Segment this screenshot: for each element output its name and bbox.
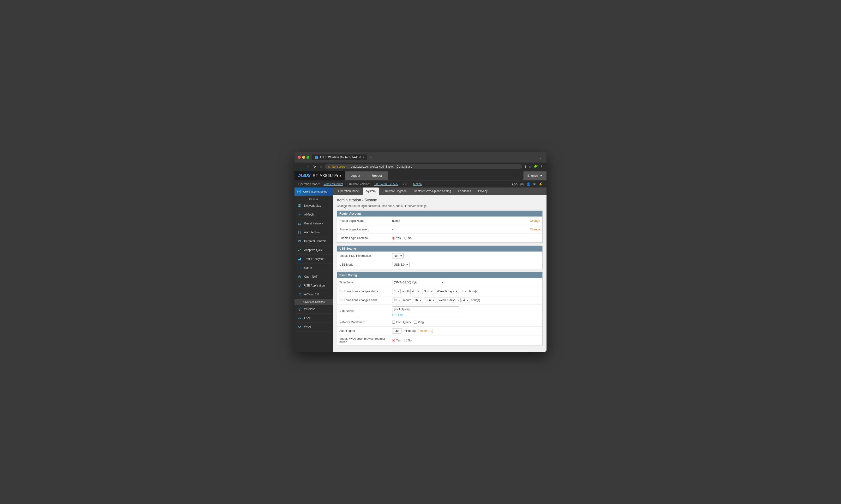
dst-ends-type-select[interactable]: Week & days xyxy=(437,298,461,303)
dst-ends-hour-select[interactable]: 4 xyxy=(462,298,470,303)
wan-no-radio[interactable] xyxy=(404,339,407,342)
game-icon xyxy=(297,266,302,270)
login-name-change[interactable]: Change xyxy=(530,219,540,222)
svg-point-4 xyxy=(300,214,301,215)
sidebar-item-wireless[interactable]: Wireless xyxy=(294,305,333,313)
ping-text: Ping xyxy=(418,321,424,324)
quick-internet-setup[interactable]: Quick Internet Setup xyxy=(294,187,333,196)
firmware-link[interactable]: 3.0.0.4.388_22525 xyxy=(374,182,398,186)
extensions-icon[interactable]: 🧩 xyxy=(534,165,538,168)
auto-logout-controls: minute(s) (Disable : 0) xyxy=(392,328,433,334)
sidebar-item-traffic-analyzer[interactable]: Traffic Analyzer xyxy=(294,255,333,264)
dst-starts-day-select[interactable]: Sun xyxy=(422,289,434,294)
language-selector[interactable]: English ▼ xyxy=(524,172,547,180)
dns-query-checkbox[interactable] xyxy=(392,321,395,324)
captcha-no-option[interactable]: No xyxy=(404,236,412,240)
general-section-label: General xyxy=(294,196,333,201)
dst-starts-month-select[interactable]: 3 xyxy=(392,289,400,294)
captcha-no-radio[interactable] xyxy=(404,237,407,239)
hdd-select[interactable]: No Yes xyxy=(392,253,404,258)
address-bar[interactable]: ⚠ Not Secure | router.asus.com/Advanced_… xyxy=(325,164,522,169)
svg-rect-9 xyxy=(298,259,299,260)
sidebar-item-usb-application[interactable]: USB Application xyxy=(294,281,333,290)
timezone-row: Time Zone (GMT+02:00) Kyiv (GMT+00:00) U… xyxy=(337,278,543,287)
monitor-icon: 🖥 xyxy=(533,182,536,186)
ssid-link[interactable]: Mezha xyxy=(413,182,422,186)
sidebar-item-aiprotection[interactable]: AiProtection xyxy=(294,228,333,237)
dst-ends-month-select[interactable]: 10 xyxy=(392,298,402,303)
network-map-label: Network Map xyxy=(304,204,321,208)
dst-ends-controls: 10 month 5th Sun xyxy=(392,298,480,303)
wan-yes-option[interactable]: Yes xyxy=(392,339,401,342)
dns-query-checkbox-label[interactable]: DNS Query xyxy=(392,321,411,324)
auto-logout-input[interactable] xyxy=(392,328,402,334)
tab-privacy[interactable]: Privacy xyxy=(475,187,491,195)
home-button[interactable]: ⌂ xyxy=(319,164,323,169)
sidebar-item-guest-network[interactable]: Guest Network xyxy=(294,219,333,228)
svg-rect-11 xyxy=(300,258,301,260)
back-button[interactable]: ← xyxy=(298,164,303,169)
sidebar-item-parental-controls[interactable]: Parental Controls xyxy=(294,237,333,246)
captcha-yes-option[interactable]: Yes xyxy=(392,236,401,240)
captcha-yes-radio[interactable] xyxy=(392,237,395,239)
bookmark-icon[interactable]: ☆ xyxy=(529,165,532,168)
hdd-row: Enable HDD Hibernation No Yes xyxy=(337,252,543,260)
captcha-no-label: No xyxy=(408,236,412,240)
usb-mode-select[interactable]: USB 3.0 USB 2.0 xyxy=(392,262,410,267)
dst-ends-label: DST time zone changes ends xyxy=(339,299,392,302)
dst-starts-week-select[interactable]: 4th xyxy=(410,289,421,294)
sidebar-item-adaptive-qos[interactable]: Adaptive QoS xyxy=(294,246,333,255)
share-icon[interactable]: ⬆ xyxy=(524,165,527,168)
dst-ends-row: DST time zone changes ends 10 month 5 xyxy=(337,296,543,305)
tab-close-icon[interactable]: ✕ xyxy=(362,156,364,159)
usb-application-label: USB Application xyxy=(304,284,325,287)
sidebar-item-network-map[interactable]: Network Map xyxy=(294,201,333,210)
browser-tab-active[interactable]: ASUS Wireless Router RT-AX86 ✕ xyxy=(312,155,367,160)
close-button[interactable] xyxy=(298,156,301,159)
basic-config-body: Time Zone (GMT+02:00) Kyiv (GMT+00:00) U… xyxy=(337,278,543,345)
timezone-select[interactable]: (GMT+02:00) Kyiv (GMT+00:00) UTC (GMT-05… xyxy=(392,280,445,285)
ping-checkbox[interactable] xyxy=(414,321,417,324)
svg-line-27 xyxy=(298,318,299,319)
sidebar-item-aicloud[interactable]: AiCloud 2.0 xyxy=(294,290,333,299)
wan-yes-radio[interactable] xyxy=(392,339,395,342)
login-name-value: admin Change xyxy=(392,219,540,222)
ntp-server-input[interactable] xyxy=(392,306,459,312)
new-tab-button[interactable]: + xyxy=(368,155,373,160)
dst-starts-hour-select[interactable]: 3 xyxy=(460,289,468,294)
reload-button[interactable]: ↻ xyxy=(312,164,317,169)
minimize-button[interactable] xyxy=(302,156,305,159)
sidebar-item-game[interactable]: Game xyxy=(294,264,333,272)
tab-favicon xyxy=(315,156,318,159)
reboot-button[interactable]: Reboot xyxy=(366,172,388,180)
ping-checkbox-label[interactable]: Ping xyxy=(414,321,424,324)
sidebar-item-aimesh[interactable]: AiMesh xyxy=(294,210,333,219)
sidebar-item-wan[interactable]: WAN xyxy=(294,323,333,331)
ntp-server-row: NTP Server NTP Link xyxy=(337,305,543,318)
dst-ends-week-select[interactable]: 5th xyxy=(412,298,423,303)
tab-feedback[interactable]: Feedback xyxy=(455,187,474,195)
sidebar-item-lan[interactable]: LAN xyxy=(294,313,333,323)
lan-label: LAN xyxy=(304,316,310,320)
sidebar-item-open-nat[interactable]: Open NAT xyxy=(294,272,333,281)
auto-logout-unit: minute(s) xyxy=(404,329,416,332)
tab-firmware-upgrade[interactable]: Firmware Upgrade xyxy=(379,187,410,195)
dst-starts-type-select[interactable]: Week & days xyxy=(435,289,459,294)
tab-system[interactable]: System xyxy=(363,187,379,195)
operation-mode-link[interactable]: Wireless router xyxy=(324,182,343,186)
logout-button[interactable]: Logout xyxy=(345,172,366,180)
password-change[interactable]: Change xyxy=(530,228,540,231)
ntp-link[interactable]: NTP Link xyxy=(392,313,403,316)
auto-logout-disable: (Disable : 0) xyxy=(418,329,433,332)
status-bar: Operation Mode: Wireless router Firmware… xyxy=(294,181,547,187)
window-menu-icon[interactable]: ⌄ xyxy=(538,155,543,160)
wan-no-option[interactable]: No xyxy=(404,339,412,342)
tab-restore-save[interactable]: Restore/Save/Upload Setting xyxy=(410,187,454,195)
forward-button[interactable]: → xyxy=(305,164,310,169)
traffic-lights xyxy=(298,156,309,159)
maximize-button[interactable] xyxy=(307,156,309,159)
dst-ends-day-select[interactable]: Sun xyxy=(424,298,436,303)
menu-icon[interactable]: ⋮ xyxy=(540,165,543,168)
tab-operation-mode[interactable]: Operation Mode xyxy=(335,187,362,195)
open-nat-icon xyxy=(297,274,302,279)
